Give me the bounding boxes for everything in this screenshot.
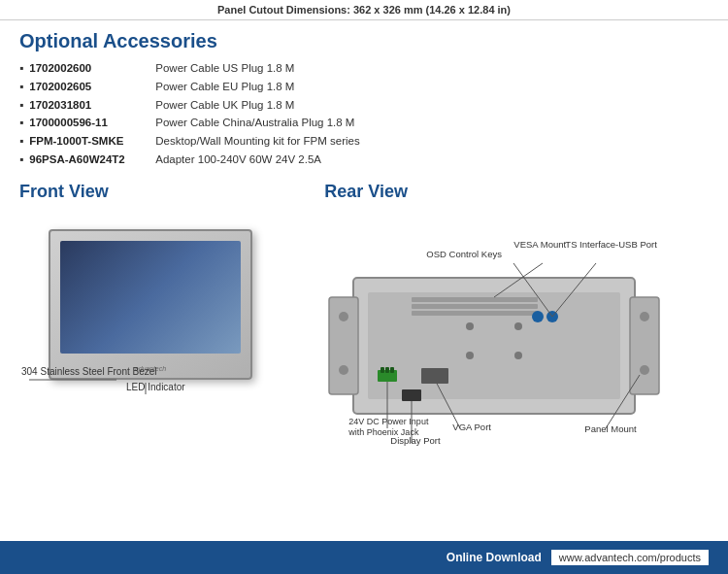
list-item: 1702031801 Power Cable UK Plug 1.8 M [19,97,709,114]
acc-code: 1702031801 [29,97,155,113]
acc-desc: Desktop/Wall Mounting kit for FPM series [155,133,359,149]
front-view-section: Front View advantech 304 Stainless Steel… [19,182,314,453]
list-item: FPM-1000T-SMKE Desktop/Wall Mounting kit… [19,133,709,150]
acc-code: 1702002600 [29,60,155,76]
rear-view-section: Rear View [324,182,709,453]
list-item: 1702002605 Power Cable EU Plug 1.8 M [19,79,709,95]
svg-point-22 [532,311,544,322]
vesa-mount-label: VESA Mount [513,239,566,250]
acc-code: 1700000596-11 [29,115,155,130]
svg-rect-25 [402,389,421,401]
svg-point-14 [466,322,474,330]
led-label: LED Indicator [126,382,185,392]
list-item: 96PSA-A60W24T2 Adapter 100-240V 60W 24V … [19,152,709,168]
acc-code: 96PSA-A60W24T2 [29,152,155,167]
list-item: 1700000596-11 Power Cable China/Australi… [19,115,709,131]
svg-point-15 [514,322,522,330]
footer-url: www.advantech.com/products [551,550,709,565]
vga-port-label: VGA Port [452,422,491,432]
acc-desc: Power Cable US Plug 1.8 M [155,60,294,76]
ts-interface-label: TS Interface-USB Port [565,239,657,250]
views-container: Front View advantech 304 Stainless Steel… [19,182,709,453]
svg-point-10 [339,312,348,321]
svg-point-11 [339,365,348,375]
svg-rect-24 [421,368,448,384]
footer-online-label: Online Download [447,551,542,564]
acc-desc: Power Cable China/Australia Plug 1.8 M [155,115,354,130]
bezel-label: 304 Stainless Steel Front Bezel [21,366,157,377]
svg-rect-21 [390,367,394,373]
osd-label: OSD Control Keys [426,249,502,259]
top-banner: Panel Cutout Dimensions: 362 x 326 mm (1… [0,0,728,20]
svg-point-12 [640,312,649,321]
acc-desc: Power Cable EU Plug 1.8 M [155,79,294,94]
svg-point-17 [514,352,522,359]
svg-rect-20 [385,367,389,373]
list-item: 1702002600 Power Cable US Plug 1.8 M [19,60,709,77]
svg-rect-5 [412,297,538,302]
acc-code: 1702002605 [29,79,155,94]
monitor-outer-bezel: advantech [49,229,252,380]
acc-desc: Adapter 100-240V 60W 24V 2.5A [155,152,321,167]
front-view-image: advantech 304 Stainless Steel Front Beze… [19,210,291,404]
svg-point-13 [640,365,649,375]
svg-point-16 [466,352,474,359]
acc-desc: Power Cable UK Plug 1.8 M [155,97,294,113]
svg-rect-19 [381,367,384,373]
rear-view-title: Rear View [324,182,709,202]
accessories-list: 1702002600 Power Cable US Plug 1.8 M 170… [19,60,709,168]
footer: Online Download www.advantech.com/produc… [0,541,728,574]
display-port-label: Display Port [390,435,440,446]
main-content: Optional Accessories 1702002600 Power Ca… [0,20,728,462]
svg-rect-6 [412,304,538,309]
accessories-title: Optional Accessories [19,30,709,52]
front-view-title: Front View [19,182,314,202]
svg-rect-7 [412,311,538,316]
acc-code: FPM-1000T-SMKE [29,133,155,149]
banner-text: Panel Cutout Dimensions: 362 x 326 mm (1… [217,4,511,16]
rear-view-image: VESA Mount OSD Control Keys TS Interface… [324,210,674,453]
panel-mount-label: Panel Mount [584,423,636,434]
monitor-screen [60,241,241,354]
